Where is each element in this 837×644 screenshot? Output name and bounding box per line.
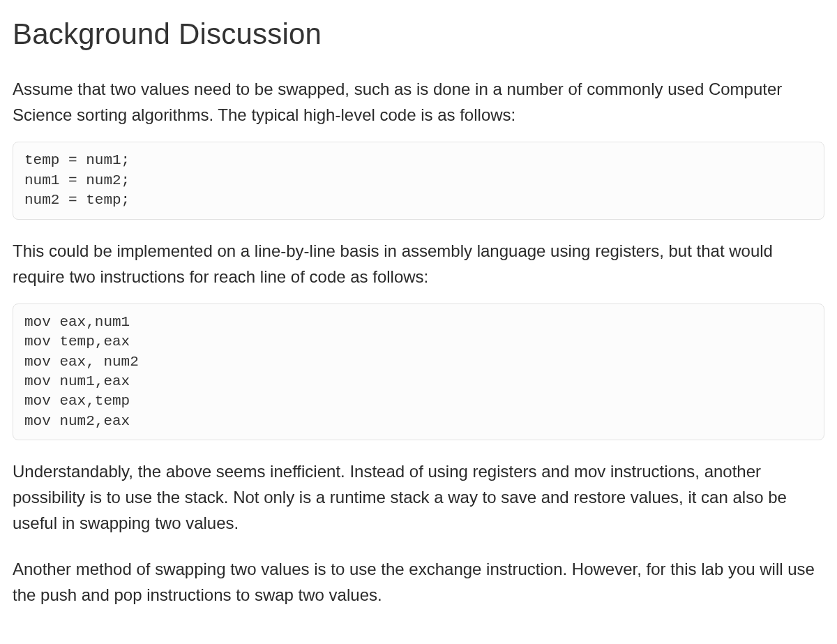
intro-paragraph: Assume that two values need to be swappe… (13, 76, 824, 128)
code-block-assembly: mov eax,num1 mov temp,eax mov eax, num2 … (13, 304, 824, 440)
paragraph-3: Understandably, the above seems ineffici… (13, 458, 824, 537)
paragraph-2: This could be implemented on a line-by-l… (13, 238, 824, 290)
paragraph-4: Another method of swapping two values is… (13, 556, 824, 608)
page-heading: Background Discussion (13, 11, 824, 57)
code-block-highlevel: temp = num1; num1 = num2; num2 = temp; (13, 142, 824, 219)
